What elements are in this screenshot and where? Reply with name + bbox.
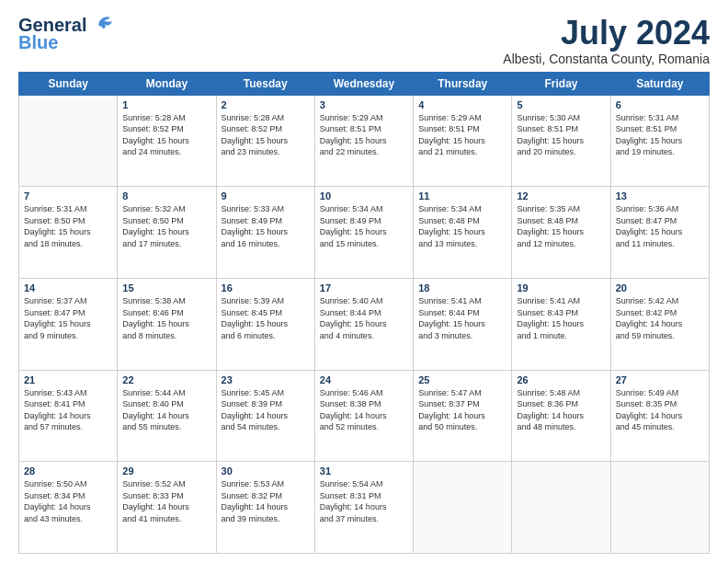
calendar-cell: 4Sunrise: 5:29 AM Sunset: 8:51 PM Daylig…: [414, 95, 512, 187]
header-thursday: Thursday: [414, 72, 512, 95]
day-info: Sunrise: 5:39 AM Sunset: 8:45 PM Dayligh…: [222, 295, 310, 341]
day-number: 22: [122, 374, 210, 385]
day-number: 14: [24, 282, 112, 293]
day-number: 15: [122, 282, 210, 293]
day-info: Sunrise: 5:36 AM Sunset: 8:47 PM Dayligh…: [616, 203, 704, 249]
day-number: 30: [222, 465, 310, 477]
day-info: Sunrise: 5:43 AM Sunset: 8:41 PM Dayligh…: [24, 387, 112, 433]
day-info: Sunrise: 5:31 AM Sunset: 8:50 PM Dayligh…: [24, 203, 112, 249]
calendar-cell: 7Sunrise: 5:31 AM Sunset: 8:50 PM Daylig…: [19, 187, 118, 279]
day-number: 17: [320, 282, 408, 293]
day-number: 6: [616, 99, 704, 110]
header-friday: Friday: [512, 72, 610, 95]
calendar-week-row-3: 14Sunrise: 5:37 AM Sunset: 8:47 PM Dayli…: [19, 278, 710, 370]
calendar-cell: 22Sunrise: 5:44 AM Sunset: 8:40 PM Dayli…: [118, 370, 216, 462]
logo-bird-icon: [88, 16, 114, 36]
calendar-cell: 15Sunrise: 5:38 AM Sunset: 8:46 PM Dayli…: [118, 278, 216, 370]
calendar-cell: 14Sunrise: 5:37 AM Sunset: 8:47 PM Dayli…: [19, 278, 118, 370]
calendar-cell: 29Sunrise: 5:52 AM Sunset: 8:33 PM Dayli…: [118, 462, 216, 554]
calendar-cell: 16Sunrise: 5:39 AM Sunset: 8:45 PM Dayli…: [216, 278, 314, 370]
day-number: 28: [24, 465, 112, 477]
calendar-cell: 30Sunrise: 5:53 AM Sunset: 8:32 PM Dayli…: [216, 462, 314, 554]
day-info: Sunrise: 5:37 AM Sunset: 8:47 PM Dayligh…: [24, 295, 112, 341]
header-tuesday: Tuesday: [216, 72, 314, 95]
calendar-cell: 3Sunrise: 5:29 AM Sunset: 8:51 PM Daylig…: [314, 95, 413, 187]
day-number: 27: [616, 374, 704, 385]
calendar-cell: 31Sunrise: 5:54 AM Sunset: 8:31 PM Dayli…: [314, 462, 413, 554]
day-number: 1: [122, 99, 210, 110]
day-number: 12: [517, 190, 605, 201]
calendar-cell: 9Sunrise: 5:33 AM Sunset: 8:49 PM Daylig…: [216, 187, 314, 279]
day-info: Sunrise: 5:33 AM Sunset: 8:49 PM Dayligh…: [222, 203, 310, 249]
calendar-body: 1Sunrise: 5:28 AM Sunset: 8:52 PM Daylig…: [19, 95, 710, 553]
day-number: 31: [320, 465, 408, 477]
calendar-cell: 5Sunrise: 5:30 AM Sunset: 8:51 PM Daylig…: [512, 95, 610, 187]
day-info: Sunrise: 5:34 AM Sunset: 8:49 PM Dayligh…: [320, 203, 408, 249]
day-number: 21: [24, 374, 112, 385]
calendar-cell: 24Sunrise: 5:46 AM Sunset: 8:38 PM Dayli…: [314, 370, 413, 462]
day-info: Sunrise: 5:42 AM Sunset: 8:42 PM Dayligh…: [616, 295, 704, 341]
calendar-cell: 28Sunrise: 5:50 AM Sunset: 8:34 PM Dayli…: [19, 462, 118, 554]
calendar-week-row-5: 28Sunrise: 5:50 AM Sunset: 8:34 PM Dayli…: [19, 462, 710, 554]
day-info: Sunrise: 5:38 AM Sunset: 8:46 PM Dayligh…: [122, 295, 210, 341]
calendar-week-row-2: 7Sunrise: 5:31 AM Sunset: 8:50 PM Daylig…: [19, 187, 710, 279]
day-number: 9: [222, 190, 310, 201]
day-info: Sunrise: 5:50 AM Sunset: 8:34 PM Dayligh…: [24, 478, 112, 524]
calendar-header-row: Sunday Monday Tuesday Wednesday Thursday…: [19, 72, 710, 95]
day-number: 23: [222, 374, 310, 385]
calendar-cell: 17Sunrise: 5:40 AM Sunset: 8:44 PM Dayli…: [314, 278, 413, 370]
day-info: Sunrise: 5:34 AM Sunset: 8:48 PM Dayligh…: [418, 203, 506, 249]
calendar-cell: 19Sunrise: 5:41 AM Sunset: 8:43 PM Dayli…: [512, 278, 610, 370]
page: General Blue July 2024 Albesti, Constant…: [0, 0, 728, 563]
calendar-cell: 25Sunrise: 5:47 AM Sunset: 8:37 PM Dayli…: [414, 370, 512, 462]
header-saturday: Saturday: [610, 72, 709, 95]
calendar-week-row-1: 1Sunrise: 5:28 AM Sunset: 8:52 PM Daylig…: [19, 95, 710, 187]
header-sunday: Sunday: [19, 72, 118, 95]
day-number: 24: [320, 374, 408, 385]
calendar-cell: 18Sunrise: 5:41 AM Sunset: 8:44 PM Dayli…: [414, 278, 512, 370]
header: General Blue July 2024 Albesti, Constant…: [18, 15, 710, 66]
calendar-cell: 10Sunrise: 5:34 AM Sunset: 8:49 PM Dayli…: [314, 187, 413, 279]
header-monday: Monday: [118, 72, 216, 95]
day-number: 19: [517, 282, 605, 293]
calendar-cell: 2Sunrise: 5:28 AM Sunset: 8:52 PM Daylig…: [216, 95, 314, 187]
day-info: Sunrise: 5:28 AM Sunset: 8:52 PM Dayligh…: [222, 112, 310, 158]
day-number: 16: [222, 282, 310, 293]
calendar-cell: 6Sunrise: 5:31 AM Sunset: 8:51 PM Daylig…: [610, 95, 709, 187]
day-number: 20: [616, 282, 704, 293]
calendar-cell: [610, 462, 709, 554]
calendar-cell: [19, 95, 118, 187]
day-info: Sunrise: 5:48 AM Sunset: 8:36 PM Dayligh…: [517, 387, 605, 433]
day-info: Sunrise: 5:41 AM Sunset: 8:43 PM Dayligh…: [517, 295, 605, 341]
day-info: Sunrise: 5:54 AM Sunset: 8:31 PM Dayligh…: [320, 478, 408, 524]
day-number: 13: [616, 190, 704, 201]
logo-blue: Blue: [18, 32, 58, 53]
calendar-table: Sunday Monday Tuesday Wednesday Thursday…: [18, 72, 710, 554]
header-wednesday: Wednesday: [314, 72, 413, 95]
calendar-cell: 11Sunrise: 5:34 AM Sunset: 8:48 PM Dayli…: [414, 187, 512, 279]
calendar-cell: 20Sunrise: 5:42 AM Sunset: 8:42 PM Dayli…: [610, 278, 709, 370]
day-number: 4: [418, 99, 506, 110]
location: Albesti, Constanta County, Romania: [503, 52, 710, 66]
day-number: 2: [222, 99, 310, 110]
calendar-cell: 13Sunrise: 5:36 AM Sunset: 8:47 PM Dayli…: [610, 187, 709, 279]
calendar-cell: 8Sunrise: 5:32 AM Sunset: 8:50 PM Daylig…: [118, 187, 216, 279]
day-info: Sunrise: 5:49 AM Sunset: 8:35 PM Dayligh…: [616, 387, 704, 433]
day-number: 18: [418, 282, 506, 293]
day-info: Sunrise: 5:46 AM Sunset: 8:38 PM Dayligh…: [320, 387, 408, 433]
calendar-cell: 12Sunrise: 5:35 AM Sunset: 8:48 PM Dayli…: [512, 187, 610, 279]
day-number: 11: [418, 190, 506, 201]
calendar-week-row-4: 21Sunrise: 5:43 AM Sunset: 8:41 PM Dayli…: [19, 370, 710, 462]
day-info: Sunrise: 5:52 AM Sunset: 8:33 PM Dayligh…: [122, 478, 210, 524]
calendar-cell: 27Sunrise: 5:49 AM Sunset: 8:35 PM Dayli…: [610, 370, 709, 462]
day-number: 3: [320, 99, 408, 110]
day-info: Sunrise: 5:31 AM Sunset: 8:51 PM Dayligh…: [616, 112, 704, 158]
day-number: 7: [24, 190, 112, 201]
day-info: Sunrise: 5:35 AM Sunset: 8:48 PM Dayligh…: [517, 203, 605, 249]
day-info: Sunrise: 5:44 AM Sunset: 8:40 PM Dayligh…: [122, 387, 210, 433]
day-info: Sunrise: 5:30 AM Sunset: 8:51 PM Dayligh…: [517, 112, 605, 158]
day-info: Sunrise: 5:53 AM Sunset: 8:32 PM Dayligh…: [222, 478, 310, 524]
calendar-cell: [512, 462, 610, 554]
calendar-cell: 26Sunrise: 5:48 AM Sunset: 8:36 PM Dayli…: [512, 370, 610, 462]
day-number: 5: [517, 99, 605, 110]
